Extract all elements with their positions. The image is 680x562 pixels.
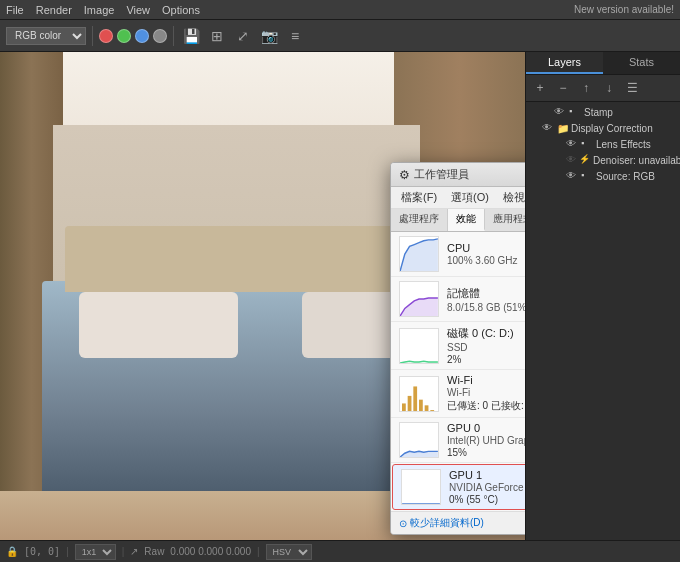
- layer-display-correction[interactable]: 👁 📁 Display Correction: [526, 120, 680, 136]
- raw-label: Raw: [144, 546, 164, 557]
- less-info-button[interactable]: ⊙ 較少詳細資料(D): [399, 516, 484, 530]
- layer-type-icon-stamp: ▪: [569, 106, 581, 118]
- gpu0-info: GPU 0 Intel(R) UHD Graphics 15%: [447, 422, 525, 458]
- tm-entry-gpu1[interactable]: GPU 1 NVIDIA GeForce RTX 3060 Laptop GPU…: [392, 464, 525, 510]
- task-manager: ⚙ 工作管理員 檔案(F) 選項(O) 檢視(V) 處理程序 效能 應用程式背景…: [390, 162, 525, 535]
- menu-file[interactable]: File: [6, 4, 24, 16]
- arrow-icon: ↗: [130, 546, 138, 557]
- cpu-graph: [399, 236, 439, 272]
- tm-tab-app-history[interactable]: 應用程式背景記錄: [485, 209, 525, 231]
- disk-graph: [399, 328, 439, 364]
- task-manager-footer: ⊙ 較少詳細資料(D) 🔗 開啟資源監視器: [391, 511, 525, 534]
- gpu1-graph: [401, 469, 441, 505]
- svg-rect-11: [425, 405, 429, 411]
- eye-icon-stamp: 👁: [554, 106, 566, 118]
- tm-menu-view[interactable]: 檢視(V): [501, 189, 525, 206]
- menu-render[interactable]: Render: [36, 4, 72, 16]
- tab-layers[interactable]: Layers: [526, 52, 603, 74]
- svg-rect-8: [408, 395, 412, 410]
- panel-remove-button[interactable]: −: [553, 78, 573, 98]
- coordinates-display: [0, 0]: [24, 546, 60, 557]
- memory-info: 記憶體 8.0/15.8 GB (51%): [447, 286, 525, 313]
- lock-icon: 🔒: [6, 546, 18, 557]
- zoom-select[interactable]: 1x1 2x2: [75, 544, 116, 560]
- task-manager-entries: CPU 100% 3.60 GHz: [391, 232, 525, 511]
- tm-entry-disk[interactable]: 磁碟 0 (C: D:) SSD 2%: [391, 322, 525, 370]
- svg-rect-10: [419, 399, 423, 410]
- wifi-value: 已傳送: 0 已接收: 0 Kbps: [447, 399, 525, 413]
- svg-rect-9: [413, 386, 417, 411]
- layer-type-icon-denoiser: ⚡: [579, 154, 590, 166]
- color-mode-select[interactable]: RGB color HSV Grayscale: [6, 27, 86, 45]
- memory-graph: [399, 281, 439, 317]
- wifi-name: Wi-Fi: [447, 374, 525, 386]
- layer-label-lens-effects: Lens Effects: [596, 139, 651, 150]
- panel-menu-button[interactable]: ☰: [622, 78, 642, 98]
- svg-rect-15: [402, 470, 440, 504]
- task-manager-icon: ⚙: [399, 168, 410, 182]
- panel-add-button[interactable]: +: [530, 78, 550, 98]
- svg-rect-12: [430, 410, 434, 411]
- layer-label-display-correction: Display Correction: [571, 123, 653, 134]
- tm-tab-performance[interactable]: 效能: [448, 209, 485, 231]
- wifi-detail: Wi-Fi: [447, 387, 525, 398]
- cpu-info: CPU 100% 3.60 GHz: [447, 242, 525, 266]
- layer-stamp[interactable]: 👁 ▪ Stamp: [526, 104, 680, 120]
- task-manager-title-bar: ⚙ 工作管理員: [391, 163, 525, 187]
- blue-dot[interactable]: [135, 29, 149, 43]
- disk-info: 磁碟 0 (C: D:) SSD 2%: [447, 326, 525, 365]
- color-values: 0.000 0.000 0.000: [170, 546, 251, 557]
- panel-move-up-button[interactable]: ↑: [576, 78, 596, 98]
- menu-options[interactable]: Options: [162, 4, 200, 16]
- layer-denoiser[interactable]: 👁 ⚡ Denoiser: unavailable: [526, 152, 680, 168]
- green-dot[interactable]: [117, 29, 131, 43]
- disk-value: 2%: [447, 354, 525, 365]
- panel-toolbar: + − ↑ ↓ ☰: [526, 75, 680, 102]
- eye-icon-source: 👁: [566, 170, 578, 182]
- layer-lens-effects[interactable]: 👁 ▪ Lens Effects: [526, 136, 680, 152]
- cpu-name: CPU: [447, 242, 525, 254]
- right-panel: Layers Stats + − ↑ ↓ ☰ 👁 ▪ Stamp 👁: [525, 52, 680, 540]
- chevron-up-icon: ⊙: [399, 518, 407, 529]
- tm-entry-memory[interactable]: 記憶體 8.0/15.8 GB (51%): [391, 277, 525, 322]
- tm-entry-wifi[interactable]: Wi-Fi Wi-Fi 已傳送: 0 已接收: 0 Kbps: [391, 370, 525, 418]
- gpu0-name: GPU 0: [447, 422, 525, 434]
- folder-icon-display-correction: 📁: [557, 123, 569, 134]
- camera-button[interactable]: 📷: [258, 25, 280, 47]
- gpu1-value: 0% (55 °C): [449, 494, 525, 505]
- wifi-info: Wi-Fi Wi-Fi 已傳送: 0 已接收: 0 Kbps: [447, 374, 525, 413]
- main-content: ⚙ 工作管理員 檔案(F) 選項(O) 檢視(V) 處理程序 效能 應用程式背景…: [0, 52, 680, 540]
- menu-image[interactable]: Image: [84, 4, 115, 16]
- tm-entry-gpu0[interactable]: GPU 0 Intel(R) UHD Graphics 15%: [391, 418, 525, 463]
- grid-button[interactable]: ⊞: [206, 25, 228, 47]
- toolbar-separator-2: [173, 26, 174, 46]
- eye-icon-lens-effects: 👁: [566, 138, 578, 150]
- layer-type-icon-source: ▪: [581, 170, 593, 182]
- tm-entry-cpu[interactable]: CPU 100% 3.60 GHz: [391, 232, 525, 277]
- new-version-notice: New version available!: [574, 4, 674, 15]
- memory-name: 記憶體: [447, 286, 525, 301]
- tab-stats[interactable]: Stats: [603, 52, 680, 74]
- memory-detail: 8.0/15.8 GB (51%): [447, 302, 525, 313]
- color-space-select[interactable]: HSV RGB: [266, 544, 312, 560]
- tm-menu-file[interactable]: 檔案(F): [399, 189, 439, 206]
- layers-content: 👁 ▪ Stamp 👁 📁 Display Correction 👁 ▪ Len…: [526, 102, 680, 540]
- task-manager-menu: 檔案(F) 選項(O) 檢視(V): [391, 187, 525, 209]
- panel-move-down-button[interactable]: ↓: [599, 78, 619, 98]
- layer-type-icon-lens: ▪: [581, 138, 593, 150]
- red-dot[interactable]: [99, 29, 113, 43]
- grey-dot[interactable]: [153, 29, 167, 43]
- tm-menu-options[interactable]: 選項(O): [449, 189, 491, 206]
- bottom-bar: 🔒 [0, 0] | 1x1 2x2 | ↗ Raw 0.000 0.000 0…: [0, 540, 680, 562]
- toolbar-separator-1: [92, 26, 93, 46]
- tm-tab-processes[interactable]: 處理程序: [391, 209, 448, 231]
- transform-button[interactable]: ⤢: [232, 25, 254, 47]
- bottom-sep-2: |: [122, 546, 125, 557]
- gpu0-graph: [399, 422, 439, 458]
- layers-button[interactable]: ≡: [284, 25, 306, 47]
- layer-source[interactable]: 👁 ▪ Source: RGB: [526, 168, 680, 184]
- save-button[interactable]: 💾: [180, 25, 202, 47]
- app-window: File Render Image View Options New versi…: [0, 0, 680, 562]
- gpu0-detail: Intel(R) UHD Graphics: [447, 435, 525, 446]
- menu-view[interactable]: View: [126, 4, 150, 16]
